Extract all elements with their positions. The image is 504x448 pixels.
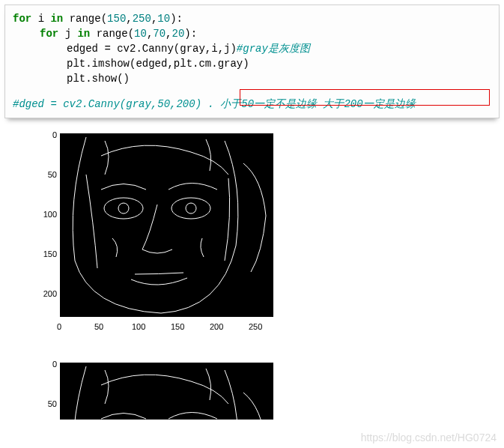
plot-area: 0 50 100 150 200 0 50 100 150 200 250: [28, 129, 504, 420]
axes: 0 50: [28, 358, 298, 420]
x-tick: 50: [94, 322, 103, 331]
code-line-4: plt.imshow(edged,plt.cm.gray): [13, 56, 491, 71]
code-block: for i in range(150,250,10): for j in ran…: [4, 4, 500, 118]
x-tick: 250: [249, 322, 262, 331]
keyword-for: for: [13, 13, 31, 25]
code-line-5: plt.show(): [13, 71, 491, 86]
svg-point-3: [186, 203, 196, 214]
keyword-in: in: [77, 28, 90, 40]
svg-point-1: [118, 203, 129, 214]
plot-2: 0 50: [28, 358, 298, 420]
fn-range: range: [70, 13, 101, 25]
comment: #gray是灰度图: [237, 43, 310, 55]
svg-point-0: [104, 198, 143, 219]
code-line-1: for i in range(150,250,10):: [13, 11, 491, 26]
y-tick: 200: [28, 289, 57, 298]
watermark: https://blog.csdn.net/HG0724: [361, 432, 497, 444]
chart-image: [60, 363, 273, 420]
y-tick: 0: [28, 360, 57, 369]
axes: 0 50 100 150 200 0 50 100 150 200 250: [28, 129, 298, 354]
x-tick: 150: [171, 322, 184, 331]
y-tick: 0: [28, 130, 57, 139]
page: { "code": { "l1": {"kw1":"for","v":"i","…: [0, 0, 504, 448]
highlight-box: [240, 89, 490, 106]
edge-face-svg: [60, 133, 273, 317]
keyword-for: for: [40, 28, 58, 40]
chart-image: [60, 133, 273, 317]
x-tick: 100: [132, 322, 145, 331]
y-tick: 150: [28, 249, 57, 258]
y-tick: 50: [28, 170, 57, 179]
y-tick: 50: [28, 399, 57, 408]
var-j: j: [65, 28, 71, 40]
fn-range: range: [97, 28, 128, 40]
comment: #dged = cv2.Canny(gray,50,200) .: [13, 98, 220, 110]
x-tick: 200: [210, 322, 223, 331]
svg-point-2: [171, 198, 210, 219]
code-line-3: edged = cv2.Canny(gray,i,j)#gray是灰度图: [13, 41, 491, 56]
code-line-2: for j in range(10,70,20):: [13, 26, 491, 41]
y-tick: 100: [28, 210, 57, 219]
edge-face-svg: [60, 363, 273, 420]
keyword-in: in: [50, 13, 63, 25]
var-i: i: [38, 13, 44, 25]
x-tick: 0: [57, 322, 61, 331]
plot-1: 0 50 100 150 200 0 50 100 150 200 250: [28, 129, 298, 354]
